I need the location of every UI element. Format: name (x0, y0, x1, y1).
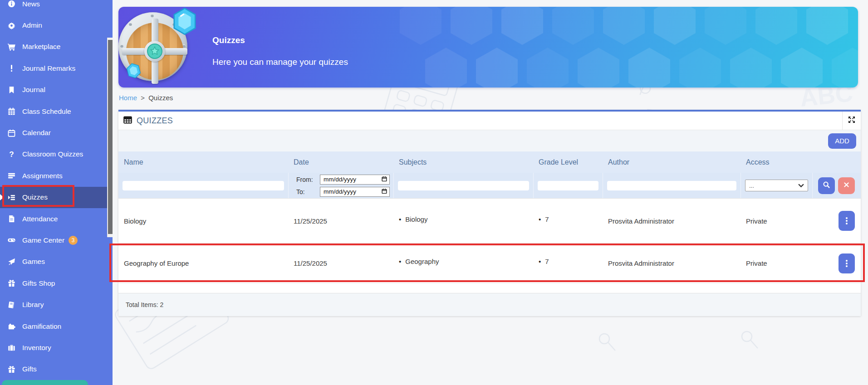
breadcrumb-current: Quizzes (148, 94, 173, 102)
page-banner: Quizzes Here you can manage your quizzes (118, 7, 858, 88)
quiz-access: Private (740, 259, 812, 267)
quizzes-panel: QUIZZES ADD NameDateSubjectsGrade LevelA… (118, 110, 861, 316)
gift-icon (7, 366, 16, 373)
row-actions-button[interactable] (839, 211, 855, 231)
chevron-down-icon (798, 182, 804, 189)
calendar-picker-icon[interactable] (382, 188, 387, 196)
sidebar-item-gifts[interactable]: Gifts (0, 359, 113, 380)
search-icon (823, 181, 830, 190)
sidebar-item-games[interactable]: Games (0, 251, 113, 273)
panel-header: QUIZZES (118, 112, 861, 130)
page-icon (7, 215, 16, 223)
sidebar-item-gamification[interactable]: Gamification (0, 316, 113, 337)
sidebar-item-label: Quizzes (22, 193, 48, 201)
add-quiz-button[interactable]: ADD (828, 133, 856, 149)
quiz-grade-levels: •7 (533, 217, 603, 225)
question-icon: ? (7, 151, 16, 158)
table-header-row: NameDateSubjectsGrade LevelAuthorAccess (118, 151, 861, 173)
subjects-filter-input[interactable] (398, 181, 529, 190)
date-to-label: To: (296, 188, 320, 195)
quiz-actions-cell (812, 211, 861, 231)
breadcrumb-separator: > (141, 94, 145, 102)
sidebar-item-game-center[interactable]: Game Center3 (0, 229, 113, 251)
date-from-label: From: (296, 176, 320, 183)
page-subtitle: Here you can manage your quizzes (212, 57, 348, 67)
column-header-grade-level: Grade Level (533, 158, 603, 166)
main-content: Quizzes Here you can manage your quizzes… (113, 0, 868, 385)
table-icon (123, 116, 132, 126)
sidebar-item-label: Inventory (22, 344, 51, 352)
quiz-list-icon (7, 194, 16, 201)
sidebar-item-label: Gifts (22, 365, 37, 373)
date-to-input[interactable]: mm/dd/yyyy (320, 187, 390, 197)
sidebar-item-calendar[interactable]: Calendar (0, 122, 113, 143)
sidebar-item-admin[interactable]: Admin (0, 15, 113, 36)
total-items-label: Total Items: 2 (126, 301, 163, 308)
sidebar-item-quizzes[interactable]: Quizzes (0, 187, 113, 208)
sidebar-item-attendance[interactable]: Attendance (0, 208, 113, 229)
clear-filters-button[interactable] (838, 177, 855, 194)
chat-widget-peek[interactable] (2, 380, 88, 385)
quiz-actions-cell (812, 253, 861, 273)
sidebar-item-gifts-shop[interactable]: Gifts Shop (0, 273, 113, 294)
sidebar-scrollbar-track (107, 38, 113, 237)
sidebar-item-label: Classroom Quizzes (22, 150, 83, 158)
sidebar-item-class-schedule[interactable]: Class Schedule (0, 101, 113, 122)
row-actions-button[interactable] (839, 253, 855, 273)
puzzle-icon (7, 322, 16, 330)
column-header-date: Date (288, 158, 393, 166)
sidebar-item-label: News (22, 0, 40, 8)
date-filter-cell: From: mm/dd/yyyy To: mm/dd/yyyy (288, 173, 393, 198)
quiz-author: Prosvita Administrator (603, 259, 740, 267)
sidebar-item-label: Calendar (22, 129, 51, 137)
sidebar-item-label: Journal Remarks (22, 64, 75, 73)
sidebar-item-label: Assignments (22, 172, 63, 180)
quiz-row-geography-of-europe: Geography of Europe11/25/2025•Geography•… (118, 244, 861, 283)
column-header-author: Author (603, 158, 740, 166)
sidebar-item-assignments[interactable]: Assignments (0, 165, 113, 186)
close-icon (843, 182, 849, 189)
active-item-notch (0, 194, 4, 200)
sidebar-item-marketplace[interactable]: Marketplace (0, 36, 113, 58)
access-filter-select[interactable]: ... (745, 180, 808, 191)
page-title: Quizzes (212, 35, 348, 45)
sidebar-item-classroom-quizzes[interactable]: ?Classroom Quizzes (0, 144, 113, 165)
calendar-icon (7, 129, 16, 137)
table-body: Biology11/25/2025•Biology•7Prosvita Admi… (118, 199, 861, 283)
date-from-input[interactable]: mm/dd/yyyy (320, 175, 390, 185)
sidebar-item-label: Class Schedule (22, 107, 71, 116)
panel-toolbar: ADD (118, 130, 861, 151)
gift-icon (7, 279, 16, 287)
column-header-name: Name (118, 158, 288, 166)
shield-illustration (118, 8, 194, 88)
sidebar-scrollbar-thumb[interactable] (108, 40, 113, 234)
name-filter-input[interactable] (123, 181, 284, 190)
grade-filter-input[interactable] (538, 181, 598, 190)
sidebar-menu: NewsAdminMarketplaceJournal RemarksJourn… (0, 0, 113, 380)
sidebar-item-journal[interactable]: Journal (0, 79, 113, 101)
sidebar-item-library[interactable]: Library (0, 294, 113, 315)
quiz-date: 11/25/2025 (288, 259, 393, 267)
quiz-date: 11/25/2025 (288, 217, 393, 225)
sidebar-item-journal-remarks[interactable]: Journal Remarks (0, 58, 113, 79)
book-icon (7, 301, 16, 309)
sidebar-item-inventory[interactable]: Inventory (0, 337, 113, 358)
vertical-ellipsis-icon (846, 263, 848, 264)
sidebar-item-label: Attendance (22, 215, 58, 223)
info-icon (7, 0, 16, 8)
search-button[interactable] (818, 177, 835, 194)
sidebar-item-label: Journal (22, 86, 45, 94)
expand-panel-button[interactable] (843, 112, 861, 130)
sidebar-item-label: Admin (22, 21, 42, 29)
breadcrumb-home-link[interactable]: Home (119, 94, 137, 102)
exclamation-icon (7, 64, 16, 72)
calendar-picker-icon[interactable] (382, 175, 387, 184)
schedule-calendar-icon (7, 107, 16, 115)
author-filter-input[interactable] (607, 181, 736, 190)
sidebar-item-news[interactable]: News (0, 0, 113, 15)
column-header-subjects: Subjects (393, 158, 533, 166)
shield-star-icon (147, 44, 162, 59)
quiz-name: Biology (118, 217, 288, 225)
sidebar-item-label: Gifts Shop (22, 279, 55, 288)
sidebar-item-label: Gamification (22, 322, 61, 331)
